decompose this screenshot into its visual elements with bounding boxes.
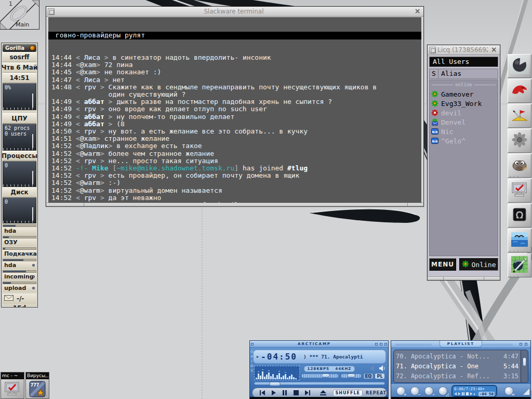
- mini-transport-icons[interactable]: [454, 392, 475, 396]
- terminal-window: Slackware terminal × говно-провайдеры ру…: [46, 6, 424, 207]
- column-status[interactable]: S: [430, 69, 438, 78]
- workspace-clip[interactable]: 1 Main: [0, 0, 39, 30]
- iconify-button[interactable]: [48, 8, 55, 15]
- repeat-button[interactable]: REPEAT: [366, 391, 387, 395]
- iconify-button[interactable]: [429, 47, 436, 54]
- menu-button[interactable]: MENU: [429, 258, 456, 271]
- volume-handle[interactable]: [322, 374, 330, 378]
- close-icon[interactable]: ×: [490, 46, 498, 54]
- dock-tile-monitor-check[interactable]: [508, 179, 531, 203]
- play-button[interactable]: [268, 389, 280, 396]
- balance-handle[interactable]: [347, 374, 355, 378]
- equalizer-button[interactable]: EQ: [363, 373, 374, 379]
- dock-tile-mozilla-dino[interactable]: [508, 79, 531, 103]
- scrollbar-thumb[interactable]: [523, 357, 526, 366]
- dock-tile-sphere-gnustep[interactable]: [508, 54, 531, 78]
- minimize-icon[interactable]: [375, 343, 378, 345]
- remove-button[interactable]: −: [410, 387, 419, 395]
- dock-tile-flag-tool[interactable]: [508, 104, 531, 128]
- minimized-window-virus-777[interactable]: Вирусы,... 777: [25, 372, 49, 399]
- player-menu-icon[interactable]: [251, 343, 254, 345]
- close-icon[interactable]: [525, 343, 527, 345]
- playlist-item[interactable]: 72. Apocalyptica - Ref... 3:15: [396, 371, 518, 381]
- spectrum-analyzer[interactable]: [254, 366, 300, 380]
- contact-devil[interactable]: devil: [430, 108, 498, 117]
- meter-label: Подкачка: [4, 250, 37, 257]
- window-edge: [250, 397, 388, 399]
- column-alias[interactable]: Alias: [438, 69, 498, 78]
- irc-chat-log: 14:44 < Лиса > в синтезатор надоть вперд…: [48, 54, 421, 203]
- licq-resizebar[interactable]: [428, 276, 500, 280]
- list-button[interactable]: ≡: [504, 387, 513, 395]
- dock-tile-flower-gray[interactable]: [508, 129, 531, 153]
- contact-Nic[interactable]: N/A Nic: [430, 127, 498, 136]
- playlist-scrollbar[interactable]: [521, 350, 528, 383]
- dock-tile-seagull-sea[interactable]: . . .: [508, 229, 531, 252]
- khz-value: 44KHZ: [335, 367, 351, 371]
- bitrate-display: 128KBPS 44KHZ: [304, 366, 355, 372]
- contact-Gameover[interactable]: Gameover: [430, 89, 498, 99]
- system-monitor: Gorilla sosrff Чтв 6 Май 14:51 0% ЦПУ 62…: [1, 43, 38, 308]
- minimized-windows: mc - ~ Вирусы,... 777: [1, 372, 49, 399]
- misc-button[interactable]: ◿: [438, 387, 447, 395]
- list-header[interactable]: S Alias: [429, 69, 498, 79]
- svg-text:N/A: N/A: [432, 140, 438, 143]
- minimized-title: mc - ~: [1, 373, 24, 379]
- date-display: Чтв 6 Май: [3, 62, 36, 73]
- mail-check[interactable]: -/-: [3, 294, 36, 304]
- mono-indicator-icon: [369, 365, 377, 372]
- chat-line: один существующий ?: [48, 91, 421, 98]
- balance-slider[interactable]: [341, 374, 361, 378]
- resize-grip[interactable]: [523, 389, 529, 395]
- sphere-gnustep-icon: [510, 56, 529, 76]
- dock-tile-omega-dark[interactable]: [508, 204, 531, 228]
- shuffle-button[interactable]: SHUFFLE: [333, 390, 363, 396]
- close-icon[interactable]: [384, 343, 387, 345]
- time-display[interactable]: -04:50: [259, 352, 299, 362]
- audio-player-window: ARCTICAMP OAIDV ▸ -04:50 ) *** 71. Apoca…: [249, 340, 389, 399]
- add-button[interactable]: +: [396, 387, 405, 395]
- shade-icon[interactable]: [520, 343, 522, 345]
- monitor-title[interactable]: Gorilla: [3, 44, 36, 52]
- window-edge: [391, 397, 530, 399]
- track-label: 71. Apocalyptica - One: [396, 362, 478, 371]
- group-selector[interactable]: All Users: [429, 57, 498, 67]
- chat-line: 14:52 < rpv > есть провайдер, он собирае…: [48, 172, 421, 179]
- playlist-item[interactable]: 70. Apocalyptica - Not... 4:47: [396, 352, 518, 362]
- dock-tile-gimp-wilber[interactable]: . . .: [508, 154, 531, 178]
- select-button[interactable]: ∘: [424, 387, 433, 395]
- seek-bar[interactable]: [254, 382, 385, 385]
- close-icon[interactable]: ×: [414, 8, 421, 16]
- dock-tile-game-sword[interactable]: . . .: [508, 254, 531, 277]
- seek-handle[interactable]: [269, 382, 281, 386]
- terminal-titlebar[interactable]: Slackware terminal ×: [46, 7, 423, 17]
- activity-led-icon: [32, 275, 35, 278]
- chat-line: 14:44 <@xam> 72 пина: [48, 61, 421, 69]
- contact-Denvel[interactable]: Denvel: [430, 117, 498, 127]
- stop-button[interactable]: [290, 389, 302, 396]
- contact-Evg33_Work[interactable]: Evg33_Work: [430, 99, 498, 108]
- previous-button[interactable]: [257, 389, 268, 396]
- eject-button[interactable]: [317, 389, 329, 396]
- mozilla-dino-icon: [510, 81, 529, 101]
- terminal-resizebar[interactable]: [46, 203, 423, 206]
- disk-label: Диск: [3, 187, 36, 197]
- status-button[interactable]: Online: [459, 258, 498, 271]
- player-titlebar[interactable]: ARCTICAMP: [250, 341, 388, 348]
- licq-titlebar[interactable]: Licq (173856692) ×: [428, 45, 500, 55]
- licq-window: Licq (173856692) × All Users S Alias onl…: [427, 45, 500, 281]
- playlist-button[interactable]: PL: [375, 373, 385, 379]
- contact-^Gelo^[interactable]: N/A ^Gelo^: [430, 136, 498, 145]
- pause-button[interactable]: [280, 389, 291, 396]
- svg-text:N/A: N/A: [432, 130, 438, 134]
- minimized-window-mc-monitor-check[interactable]: mc - ~: [1, 372, 24, 399]
- shade-icon[interactable]: [380, 343, 382, 345]
- playlist-item[interactable]: 71. Apocalyptica - One 5:44: [396, 362, 518, 371]
- track-label: 72. Apocalyptica - Ref...: [396, 371, 490, 381]
- terminal-screen[interactable]: говно-провайдеры рулят 14:44 < Лиса > в …: [48, 17, 421, 203]
- playlist-titlebar[interactable]: PLAYLIST: [391, 341, 530, 348]
- track-title-marquee[interactable]: ) *** 71. Apocalypti: [299, 354, 385, 360]
- volume-slider[interactable]: [302, 374, 338, 378]
- playlist-toolbar: + − ∘ ◿ 0:00/7:23:40+ -04 50 ≡: [391, 384, 530, 398]
- next-button[interactable]: [302, 389, 313, 396]
